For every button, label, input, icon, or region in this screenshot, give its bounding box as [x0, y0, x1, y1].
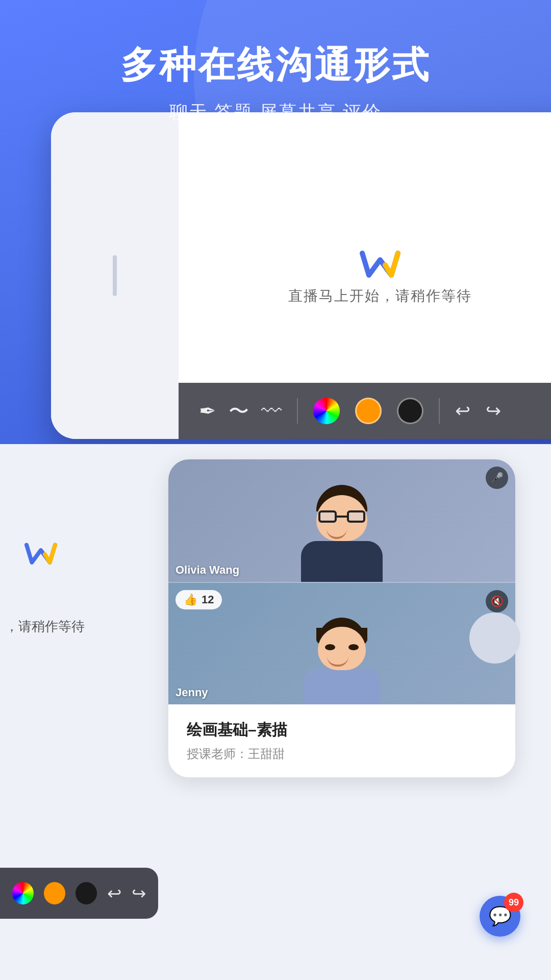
student-name-badge: Jenny [176, 686, 208, 699]
undo-button[interactable]: ↩ [455, 400, 470, 422]
teacher-name-badge: Olivia Wang [176, 564, 239, 577]
chat-badge: 99 [504, 893, 523, 912]
mini-redo-button[interactable]: ↪ [132, 883, 146, 903]
redo-button[interactable]: ↪ [486, 400, 501, 422]
mini-color-picker[interactable] [12, 882, 34, 904]
waiting-text: 直播马上开始，请稍作等待 [288, 286, 472, 306]
toolbar-divider-2 [439, 398, 440, 424]
color-picker-button[interactable] [313, 398, 340, 424]
student-mute-badge[interactable]: 🔇 [486, 590, 508, 612]
mini-color-black[interactable] [76, 882, 97, 904]
mini-undo-button[interactable]: ↩ [107, 883, 121, 903]
course-info: 绘画基础–素描 授课老师：王甜甜 [168, 704, 515, 777]
sub-title: 聊天·答题·屏幕共享·评价 [0, 100, 551, 125]
color-orange-button[interactable] [355, 398, 382, 424]
bottom-card: 🎤 Olivia Wang [168, 459, 515, 777]
tablet-sidebar [51, 112, 179, 439]
course-teacher: 授课老师：王甜甜 [187, 746, 497, 762]
header-text: 多种在线沟通形式 聊天·答题·屏幕共享·评价 [0, 0, 551, 125]
floating-decoration [469, 612, 520, 664]
course-title: 绘画基础–素描 [187, 720, 497, 741]
brush-tool-1[interactable]: ✒ [199, 399, 216, 423]
student-avatar [296, 602, 388, 704]
mini-toolbar: ↩ ↪ [0, 868, 158, 919]
bottom-section: ，请稍作等待 ↩ ↪ [0, 444, 551, 980]
toolbar-divider [297, 398, 298, 424]
toolbar-brush-tools: ✒ 〜 〰 [199, 397, 282, 425]
chat-fab-button[interactable]: 💬 99 [480, 896, 520, 937]
tablet-mockup: 直播马上开始，请稍作等待 ✒ 〜 〰 ↩ ↪ [51, 112, 551, 439]
like-thumb-icon: 👍 [184, 593, 197, 606]
left-waiting-text: ，请稍作等待 [5, 618, 85, 635]
student-video-panel: 👍 12 🔇 📷 Jenny [168, 582, 515, 704]
teacher-avatar [296, 470, 388, 582]
main-title: 多种在线沟通形式 [0, 41, 551, 90]
teacher-video-panel: 🎤 Olivia Wang [168, 459, 515, 582]
app-logo-small [20, 538, 61, 572]
teacher-mic-badge[interactable]: 🎤 [486, 467, 508, 489]
top-section: 多种在线沟通形式 聊天·答题·屏幕共享·评价 直播马上开始，请稍作等待 ✒ 〜 [0, 0, 551, 444]
brush-tool-2[interactable]: 〜 [229, 397, 249, 425]
tablet-toolbar: ✒ 〜 〰 ↩ ↪ [179, 383, 551, 439]
like-count: 12 [202, 593, 214, 606]
brush-tool-3[interactable]: 〰 [261, 400, 282, 423]
video-grid: 🎤 Olivia Wang [168, 459, 515, 704]
color-black-button[interactable] [397, 398, 423, 424]
app-logo-large [355, 246, 406, 286]
sidebar-handle [113, 255, 117, 296]
mini-color-orange[interactable] [44, 882, 65, 904]
student-like-badge: 👍 12 [176, 590, 222, 609]
